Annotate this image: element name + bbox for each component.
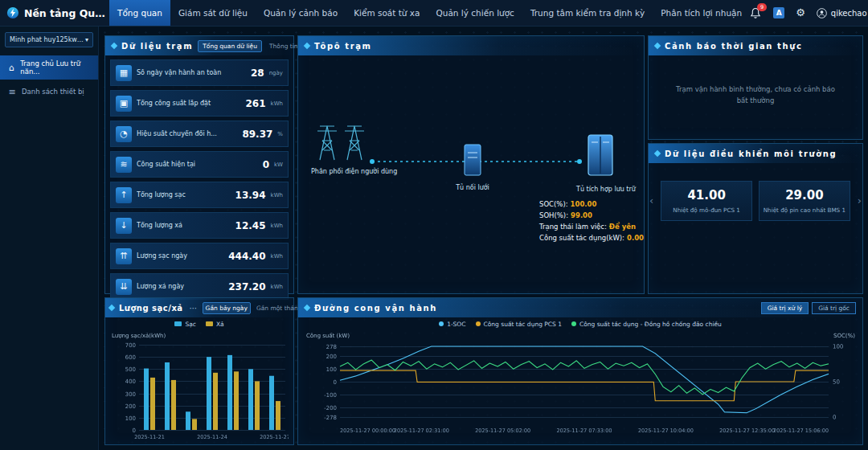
topology-node-label: Tủ tích hợp lưu trữ bbox=[576, 186, 624, 193]
topology-node-grid-supply: Phân phối điện người dùng bbox=[311, 120, 372, 175]
working-state-readout: Trạng thái làm việc:Để yên bbox=[539, 221, 644, 232]
logo-icon bbox=[6, 6, 19, 20]
topbar-actions: 9 A ⚙ qikechao bbox=[750, 7, 868, 19]
settings-gear-icon[interactable]: ⚙ bbox=[796, 7, 805, 18]
stat-row-current-power: ≋ Công suất hiện tại 0 kW bbox=[110, 151, 289, 178]
stat-row-total-discharge: ↓ Tổng lượng xả 12.45 kWh bbox=[110, 212, 289, 239]
grid-cabinet-icon bbox=[461, 142, 484, 178]
legend-discharge: Xả bbox=[206, 321, 224, 328]
nav-tab-strategy[interactable]: Quản lý chiến lược bbox=[428, 0, 522, 26]
sidebar-item-storage-home[interactable]: ⌂ Trang chủ Lưu trữ năn... bbox=[0, 55, 98, 80]
raw-value-button[interactable]: Giá trị gốc bbox=[812, 302, 856, 314]
active-power-readout: Công suất tác dụng(kW):0.00 bbox=[539, 232, 644, 243]
station-data-panel: Dữ liệu trạm Tổng quan dữ liệu Thông tin… bbox=[104, 35, 294, 294]
environment-title: Dữ liệu điều khiển môi trường bbox=[665, 149, 837, 158]
nav-tab-profit-analysis[interactable]: Phân tích lợi nhuận bbox=[653, 0, 750, 26]
panel-decor-icon bbox=[108, 305, 115, 311]
total-charge-icon: ↑ bbox=[116, 187, 132, 203]
topology-node-label: Phân phối điện người dùng bbox=[311, 168, 372, 175]
panel-decor-icon bbox=[654, 43, 661, 49]
stat-row-installed-capacity: ▣ Tổng công suất lắp đặt 261 kWh bbox=[110, 90, 289, 117]
user-avatar-icon bbox=[817, 8, 827, 18]
carousel-next-button[interactable]: › bbox=[857, 194, 862, 207]
alarm-title: Cảnh báo thời gian thực bbox=[665, 42, 802, 51]
meter-color-dot bbox=[571, 321, 576, 326]
nav-tab-inspection-center[interactable]: Trung tâm kiểm tra định kỳ bbox=[522, 0, 653, 26]
alarm-empty-message: Trạm vận hành bình thường, chưa có cảnh … bbox=[671, 84, 840, 106]
environment-panel: Dữ liệu điều khiển môi trường ‹ 41.00 Nh… bbox=[648, 143, 863, 294]
charge-discharge-title: Lượng sạc/xả bbox=[119, 304, 183, 313]
storage-cabinet-icon bbox=[584, 133, 616, 179]
installed-capacity-icon: ▣ bbox=[116, 96, 132, 112]
stat-row-daily-discharge: ⇊ Lượng xả ngày 237.20 kWh bbox=[110, 273, 289, 300]
metric-pcs-module-temp: 41.00 Nhiệt độ mô-đun PCS 1 bbox=[661, 181, 752, 221]
panel-decor-icon bbox=[111, 43, 117, 49]
legend-meter-power: Công suất tác dụng - Đồng hồ chống đảo c… bbox=[571, 321, 722, 328]
discharge-color-chip bbox=[206, 321, 213, 326]
charge-discharge-panel: Lượng sạc/xả ⋯ Gần bảy ngày Gần một thán… bbox=[104, 297, 294, 445]
total-discharge-icon: ↓ bbox=[116, 218, 132, 234]
chevron-down-icon: ▾ bbox=[85, 36, 88, 43]
sidebar-item-device-list[interactable]: ≡ Danh sách thiết bị bbox=[0, 80, 98, 104]
sidebar: Minh phat huy125kw/26... ▾ ⌂ Trang chủ L… bbox=[0, 26, 99, 450]
topology-header: Tôpô trạm bbox=[298, 36, 644, 55]
language-switch-button[interactable]: A bbox=[773, 7, 784, 18]
environment-header: Dữ liệu điều khiển môi trường bbox=[649, 144, 862, 163]
stat-row-safe-days: ▦ Số ngày vận hành an toàn 28 ngày bbox=[110, 59, 289, 86]
carousel-prev-button[interactable]: ‹ bbox=[649, 194, 654, 207]
processed-value-button[interactable]: Giá trị xử lý bbox=[761, 302, 809, 314]
curve-header: Đường cong vận hành Giá trị xử lý Giá tr… bbox=[298, 298, 862, 317]
legend-charge: Sạc bbox=[174, 321, 195, 328]
panel-decor-icon bbox=[304, 305, 310, 311]
legend-soc: 1-SOC bbox=[439, 321, 465, 328]
sidebar-item-label: Trang chủ Lưu trữ năn... bbox=[20, 59, 91, 76]
tab-last-seven-days[interactable]: Gần bảy ngày bbox=[203, 302, 251, 314]
operation-curve-panel: Đường cong vận hành Giá trị xử lý Giá tr… bbox=[297, 297, 863, 445]
nav-tab-alarm-management[interactable]: Quản lý cảnh báo bbox=[256, 0, 346, 26]
topbar: Nền tảng Quản... Tổng quan Giám sát dữ l… bbox=[0, 0, 868, 27]
notification-badge: 9 bbox=[757, 3, 767, 11]
station-stat-list: ▦ Số ngày vận hành an toàn 28 ngày ▣ Tổn… bbox=[105, 59, 293, 300]
storage-status-readout: SOC(%):100.00 SOH(%):99.00 Trạng thái là… bbox=[539, 198, 644, 243]
username-label: qikechao bbox=[831, 9, 867, 18]
topology-node-storage-cabinet: Tủ tích hợp lưu trữ bbox=[576, 133, 624, 193]
station-data-header: Dữ liệu trạm Tổng quan dữ liệu Thông tin… bbox=[105, 36, 293, 55]
line-chart-legend: 1-SOC Công suất tác dụng PCS 1 Công suất… bbox=[298, 317, 862, 330]
topology-node-label: Tủ nối lưới bbox=[455, 184, 490, 191]
legend-pcs-power: Công suất tác dụng PCS 1 bbox=[476, 321, 562, 328]
stat-row-total-charge: ↑ Tổng lượng sạc 13.94 kWh bbox=[110, 182, 289, 208]
current-power-icon: ≋ bbox=[116, 157, 132, 173]
topology-diagram: Phân phối điện người dùng Tủ nối lưới bbox=[298, 55, 644, 292]
stat-row-daily-charge: ⇈ Lượng sạc ngày 444.40 kWh bbox=[110, 243, 289, 269]
pcs-color-dot bbox=[476, 321, 481, 326]
app-logo: Nền tảng Quản... bbox=[0, 6, 109, 20]
realtime-alarm-panel: Cảnh báo thời gian thực Trạm vận hành bì… bbox=[648, 35, 863, 140]
user-menu[interactable]: qikechao bbox=[817, 8, 867, 18]
topology-node-grid-cabinet: Tủ nối lưới bbox=[455, 142, 490, 191]
notifications-button[interactable]: 9 bbox=[750, 7, 762, 19]
home-icon: ⌂ bbox=[7, 63, 15, 73]
curve-title: Đường cong vận hành bbox=[314, 304, 437, 313]
metric-bms-max-temp: 29.00 Nhiệt độ pin cao nhất BMS 1 bbox=[759, 181, 850, 221]
panel-decor-icon bbox=[654, 150, 661, 157]
tab-data-overview[interactable]: Tổng quan dữ liệu bbox=[198, 40, 262, 52]
nav-tab-data-monitor[interactable]: Giám sát dữ liệu bbox=[170, 0, 256, 26]
charge-color-chip bbox=[174, 321, 182, 326]
topology-panel: Tôpô trạm Phân phối điện người dùng bbox=[297, 35, 645, 294]
station-selector-value: Minh phat huy125kw/26... bbox=[10, 36, 85, 43]
daily-charge-icon: ⇈ bbox=[116, 248, 132, 264]
device-list-icon: ≡ bbox=[7, 87, 17, 97]
station-selector-dropdown[interactable]: Minh phat huy125kw/26... ▾ bbox=[5, 32, 93, 47]
stat-row-efficiency: ◔ Hiệu suất chuyển đổi h... 89.37 % bbox=[110, 121, 289, 147]
curve-line-chart bbox=[303, 330, 858, 440]
soh-readout: SOH(%):99.00 bbox=[539, 210, 644, 221]
bar-chart-legend: Sạc Xả bbox=[105, 317, 293, 330]
soc-readout: SOC(%):100.00 bbox=[539, 198, 644, 210]
nav-tab-remote-control[interactable]: Kiểm soát từ xa bbox=[346, 0, 428, 26]
alarm-header: Cảnh báo thời gian thực bbox=[649, 36, 862, 55]
nav-tab-overview[interactable]: Tổng quan bbox=[109, 0, 170, 26]
safe-days-icon: ▦ bbox=[116, 65, 132, 81]
more-options-icon[interactable]: ⋯ bbox=[190, 304, 198, 313]
sidebar-item-label: Danh sách thiết bị bbox=[22, 88, 84, 96]
charge-discharge-header: Lượng sạc/xả ⋯ Gần bảy ngày Gần một thán… bbox=[105, 298, 293, 317]
